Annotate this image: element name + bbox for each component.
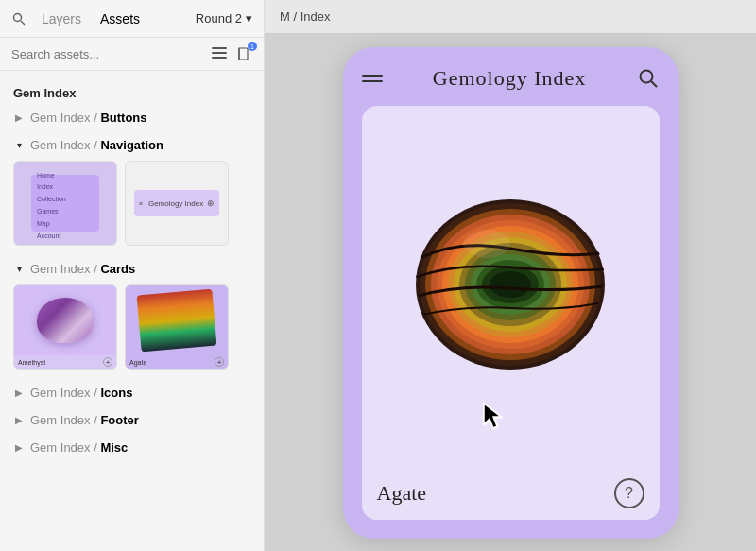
info-button[interactable]: ? [614,478,644,508]
agate-info-icon: + [215,357,224,367]
cursor-icon [482,402,508,439]
search-icon[interactable] [11,11,26,26]
section-misc: ▶ Gem Index / Misc [0,436,264,459]
arrow-misc-icon: ▶ [13,442,25,454]
amethyst-info-icon: + [103,357,112,367]
nav-thumb-bar: ≡ Gemology Index ⊕ [134,190,219,216]
arrow-icon: ▶ [13,112,25,124]
icons-section-header[interactable]: ▶ Gem Index / Icons [0,381,264,405]
assets-content: Gem Index ▶ Gem Index / Buttons ▾ Gem In… [0,71,264,551]
navigation-section-header[interactable]: ▾ Gem Index / Navigation [0,133,264,157]
book-icon[interactable]: 1 [235,45,252,62]
gem-card: Agate ? [362,106,660,520]
search-input[interactable] [11,47,203,61]
cards-thumbs: Amethyst + Agate + [0,281,264,377]
svg-point-0 [14,13,22,21]
gem-index-header: Gem Index [0,80,264,106]
svg-line-7 [651,81,657,87]
navigation-label: Gem Index / Navigation [30,138,163,152]
navigation-thumbs: Home Index Collection Games Map Account … [0,157,264,253]
arrow-down-cards-icon: ▾ [13,264,25,275]
arrow-footer-icon: ▶ [13,415,25,426]
misc-label: Gem Index / Misc [30,440,128,455]
section-buttons: ▶ Gem Index / Buttons [0,106,264,129]
svg-point-6 [640,70,652,82]
section-icons: ▶ Gem Index / Icons [0,381,264,405]
card-thumb-amethyst[interactable]: Amethyst + [13,284,117,370]
svg-line-1 [21,21,25,25]
svg-rect-3 [212,52,227,54]
footer-section-header[interactable]: ▶ Gem Index / Footer [0,408,264,432]
assets-tab[interactable]: Assets [96,9,144,28]
top-nav: Layers Assets Round 2 ▾ [0,0,264,38]
svg-point-23 [463,230,510,258]
misc-section-header[interactable]: ▶ Gem Index / Misc [0,436,264,459]
svg-rect-4 [212,57,227,59]
arrow-down-icon: ▾ [13,140,25,151]
svg-rect-2 [212,47,227,49]
phone-frame: Gemology Index [343,47,679,539]
breadcrumb: M / Index [265,0,756,34]
nav-thumb-1[interactable]: Home Index Collection Games Map Account [13,161,117,246]
agate-label: Agate [129,359,146,366]
svg-point-22 [490,271,531,298]
search-bar-icons: 1 [211,45,252,62]
agate-label-row: Agate + [126,355,228,369]
search-bar: 1 [0,38,264,71]
section-navigation: ▾ Gem Index / Navigation Home Index Coll… [0,133,264,253]
nav-thumb-2[interactable]: ≡ Gemology Index ⊕ [125,161,229,246]
amethyst-label-row: Amethyst + [14,355,116,369]
gem-image-area [362,106,660,467]
card-thumb-agate[interactable]: Agate + [125,284,229,370]
gem-name: Agate [377,481,427,506]
gem-card-footer: Agate ? [362,467,660,520]
round-selector[interactable]: Round 2 ▾ [196,11,252,26]
phone-header: Gemology Index [362,66,660,91]
app-title: Gemology Index [433,66,586,91]
phone-search-icon[interactable] [637,67,660,90]
left-panel: Layers Assets Round 2 ▾ 1 [0,0,265,551]
list-view-icon[interactable] [211,45,228,62]
footer-label: Gem Index / Footer [30,413,139,427]
cards-section-header[interactable]: ▾ Gem Index / Cards [0,257,264,281]
arrow-icons-icon: ▶ [13,387,25,399]
section-footer: ▶ Gem Index / Footer [0,408,264,432]
hamburger-icon[interactable] [362,75,383,82]
icons-label: Gem Index / Icons [30,386,132,400]
layers-tab[interactable]: Layers [38,9,85,28]
canvas-area: Gemology Index [265,34,756,551]
buttons-label: Gem Index / Buttons [30,111,147,125]
cards-label: Gem Index / Cards [30,262,135,276]
agate-stone-image [402,182,619,390]
right-panel: M / Index Gemology Index [265,0,756,551]
book-badge: 1 [248,42,257,51]
section-cards: ▾ Gem Index / Cards Amethyst + [0,257,264,377]
buttons-section-header[interactable]: ▶ Gem Index / Buttons [0,106,264,129]
amethyst-label: Amethyst [18,359,45,366]
